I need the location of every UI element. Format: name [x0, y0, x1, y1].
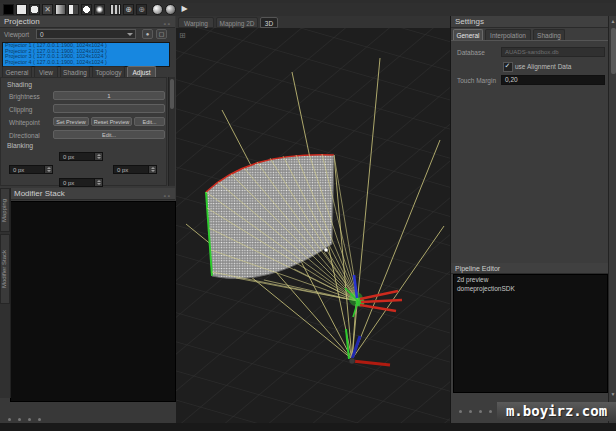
blanking-right-field[interactable]: 0 px — [113, 165, 157, 174]
scrollbar-thumb[interactable] — [170, 79, 174, 109]
projection-panel-header: Projection ▫▫ — [0, 16, 175, 28]
tab-warping[interactable]: Warping — [178, 17, 214, 28]
crosshair-alt-icon[interactable]: ⊕ — [136, 4, 147, 15]
scene-canvas — [176, 28, 450, 431]
touch-margin-field[interactable]: 0,20 — [501, 75, 605, 85]
fill-white-icon[interactable] — [16, 4, 27, 15]
radial-icon[interactable] — [94, 4, 105, 15]
pager-dot[interactable] — [18, 418, 21, 421]
touch-margin-label: Touch Margin — [457, 76, 496, 85]
database-value: AUADS-sandbox.db — [505, 49, 559, 55]
projection-panel: Projection ▫▫ Viewport 0 ● ▢ Projector 1… — [0, 16, 177, 423]
pipeline-editor-title: Pipeline Editor — [455, 265, 500, 272]
window-scrollbar[interactable]: ▲ ▼ — [608, 16, 616, 423]
tab-settings-general[interactable]: General — [453, 29, 483, 40]
tab-general[interactable]: General — [2, 66, 32, 77]
clipping-label: Clipping — [9, 105, 33, 114]
application-window: FileObjectDetailViewHelpDesktop ✕ ⊕ ⊕ ▶ … — [0, 0, 616, 431]
gradient-icon[interactable] — [55, 4, 66, 15]
properties-scrollbar[interactable] — [168, 77, 175, 186]
pipeline-list[interactable]: 2d preview domeprojectionSDK — [453, 274, 608, 393]
clipping-slider[interactable] — [53, 104, 165, 113]
pager-dot[interactable] — [489, 410, 492, 413]
scroll-down-icon[interactable]: ▼ — [609, 391, 616, 397]
modifier-stack-list[interactable] — [10, 201, 176, 402]
pager-dot[interactable] — [8, 418, 11, 421]
whitepoint-edit-button[interactable]: Edit... — [134, 117, 165, 126]
blob-icon[interactable] — [29, 4, 40, 15]
tab-shading[interactable]: Shading — [60, 66, 90, 77]
bottom-strip — [0, 423, 616, 431]
tab-settings-interpolation[interactable]: Interpolation — [485, 29, 531, 40]
blanking-bottom-value: 0 px — [63, 180, 74, 186]
side-tab-mapping[interactable]: Mapping — [0, 188, 10, 232]
right-panel-pager[interactable] — [459, 399, 499, 417]
reset-preview-button[interactable]: Reset Preview — [91, 117, 132, 126]
viewport-label: Viewport — [4, 30, 29, 39]
projector-row[interactable]: Projector 4 ( 127.0.0.1:1900, 1024x1024 … — [3, 60, 169, 66]
tab-3d[interactable]: 3D — [260, 17, 278, 28]
play-icon[interactable]: ▶ — [179, 4, 190, 15]
viewport-select-value: 0 — [40, 31, 44, 38]
spinner-icon[interactable] — [44, 166, 52, 173]
cursor-dot — [324, 248, 328, 252]
pager-dot[interactable] — [28, 418, 31, 421]
side-tab-modifier-stack[interactable]: Modifier Stack — [0, 234, 10, 304]
tab-mapping-2d[interactable]: Mapping 2D — [216, 17, 258, 28]
viewport-options-icon[interactable]: ▢ — [156, 29, 167, 39]
chevron-down-icon — [127, 33, 133, 36]
spinner-icon[interactable] — [94, 153, 102, 160]
viewport-grid-icon[interactable]: ⊞ — [179, 31, 186, 40]
split-icon[interactable] — [68, 4, 79, 15]
blanking-left-field[interactable]: 0 px — [9, 165, 53, 174]
pager-dot[interactable] — [479, 410, 482, 413]
brightness-slider[interactable]: 1 — [53, 91, 165, 100]
blanking-bottom-field[interactable]: 0 px — [59, 178, 103, 187]
cross-pattern-icon[interactable]: ✕ — [42, 4, 53, 15]
scrollbar-thumb[interactable] — [611, 28, 616, 74]
fill-black-icon[interactable] — [3, 4, 14, 15]
add-viewport-icon[interactable]: ● — [142, 29, 153, 39]
projection-panel-title: Projection — [4, 17, 40, 26]
database-label: Database — [457, 48, 485, 57]
viewport-3d[interactable]: ⊞ — [176, 28, 450, 431]
spinner-icon[interactable] — [94, 179, 102, 186]
blanking-section-label: Blanking — [7, 142, 33, 149]
settings-panel: Settings General Interpolation Shading D… — [450, 16, 609, 423]
pager-dot[interactable] — [469, 410, 472, 413]
settings-title: Settings — [455, 17, 484, 26]
blanking-left-value: 0 px — [13, 167, 24, 173]
pager-dot[interactable] — [459, 410, 462, 413]
use-alignment-label: use Alignment Data — [515, 62, 571, 71]
projector-list[interactable]: Projector 1 ( 127.0.0.1:1900, 1024x1024 … — [2, 42, 170, 67]
modifier-stack-header: Modifier Stack ▫▫ — [10, 188, 175, 200]
viewport-select[interactable]: 0 — [36, 29, 136, 39]
scroll-up-icon[interactable]: ▲ — [609, 18, 616, 24]
pager-dot[interactable] — [38, 418, 41, 421]
whitepoint-label: Whitepoint — [9, 118, 40, 127]
tab-adjust[interactable]: Adjust — [127, 66, 156, 77]
tab-view[interactable]: View — [34, 66, 58, 77]
use-alignment-checkbox[interactable] — [503, 62, 513, 72]
blanking-top-field[interactable]: 0 px — [59, 152, 103, 161]
sphere-shaded-icon[interactable] — [165, 4, 176, 15]
side-tab-strip: Mapping Modifier Stack — [0, 188, 11, 398]
stripes-icon[interactable] — [110, 4, 121, 15]
tab-topology[interactable]: Topology — [92, 66, 125, 77]
watermark: m.boyirz.com — [497, 402, 616, 421]
directional-edit-button[interactable]: Edit... — [53, 130, 165, 139]
tab-settings-shading[interactable]: Shading — [533, 29, 565, 40]
pipeline-item[interactable]: 2d preview — [454, 275, 607, 284]
spinner-icon[interactable] — [148, 166, 156, 173]
shading-section-label: Shading — [7, 81, 32, 88]
directional-label: Directional — [9, 131, 40, 140]
settings-general-content: Database AUADS-sandbox.db use Alignment … — [451, 40, 608, 264]
pipeline-editor-header: Pipeline Editor — [451, 263, 608, 274]
set-preview-button[interactable]: Set Preview — [53, 117, 89, 126]
sphere-icon[interactable] — [152, 4, 163, 15]
circle-icon[interactable] — [81, 4, 92, 15]
pipeline-item[interactable]: domeprojectionSDK — [454, 284, 607, 293]
adjust-tab-content: Shading Brightness 1 Clipping Whitepoint… — [0, 77, 167, 186]
database-field[interactable]: AUADS-sandbox.db — [501, 47, 605, 57]
crosshair-icon[interactable]: ⊕ — [123, 4, 134, 15]
